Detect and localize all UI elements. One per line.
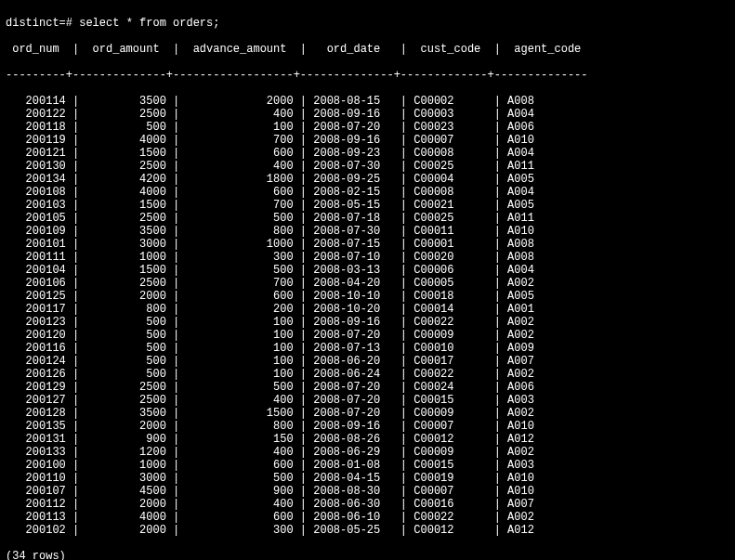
terminal[interactable]: distinct=# select * from orders; ord_num…	[0, 0, 735, 560]
table-row: 200119 | 4000 | 700 | 2008-09-16 | C0000…	[6, 134, 729, 147]
table-row: 200118 | 500 | 100 | 2008-07-20 | C00023…	[6, 121, 729, 134]
table-row: 200126 | 500 | 100 | 2008-06-24 | C00022…	[6, 368, 729, 381]
table-row: 200127 | 2500 | 400 | 2008-07-20 | C0001…	[6, 394, 729, 407]
table-row: 200101 | 3000 | 1000 | 2008-07-15 | C000…	[6, 238, 729, 251]
table-row: 200116 | 500 | 100 | 2008-07-13 | C00010…	[6, 342, 729, 355]
query-text: select * from orders;	[79, 17, 219, 30]
table-row: 200103 | 1500 | 700 | 2008-05-15 | C0002…	[6, 199, 729, 212]
table-row: 200130 | 2500 | 400 | 2008-07-30 | C0002…	[6, 160, 729, 173]
table-row: 200135 | 2000 | 800 | 2008-09-16 | C0000…	[6, 420, 729, 433]
table-header: ord_num | ord_amount | advance_amount | …	[6, 43, 729, 56]
table-row: 200105 | 2500 | 500 | 2008-07-18 | C0002…	[6, 212, 729, 225]
table-row: 200133 | 1200 | 400 | 2008-06-29 | C0000…	[6, 446, 729, 459]
table-row: 200104 | 1500 | 500 | 2008-03-13 | C0000…	[6, 264, 729, 277]
table-row: 200113 | 4000 | 600 | 2008-06-10 | C0002…	[6, 511, 729, 524]
table-row: 200102 | 2000 | 300 | 2008-05-25 | C0001…	[6, 524, 729, 537]
table-row: 200107 | 4500 | 900 | 2008-08-30 | C0000…	[6, 485, 729, 498]
table-row: 200120 | 500 | 100 | 2008-07-20 | C00009…	[6, 329, 729, 342]
table-row: 200129 | 2500 | 500 | 2008-07-20 | C0002…	[6, 381, 729, 394]
table-row: 200122 | 2500 | 400 | 2008-09-16 | C0000…	[6, 108, 729, 121]
table-row: 200108 | 4000 | 600 | 2008-02-15 | C0000…	[6, 186, 729, 199]
table-row: 200100 | 1000 | 600 | 2008-01-08 | C0001…	[6, 459, 729, 472]
prompt: distinct=#	[6, 17, 79, 30]
table-row: 200128 | 3500 | 1500 | 2008-07-20 | C000…	[6, 407, 729, 420]
table-separator: ---------+--------------+---------------…	[6, 69, 729, 82]
table-row: 200134 | 4200 | 1800 | 2008-09-25 | C000…	[6, 173, 729, 186]
table-row: 200112 | 2000 | 400 | 2008-06-30 | C0001…	[6, 498, 729, 511]
table-row: 200123 | 500 | 100 | 2008-09-16 | C00022…	[6, 316, 729, 329]
table-row: 200125 | 2000 | 600 | 2008-10-10 | C0001…	[6, 290, 729, 303]
table-row: 200110 | 3000 | 500 | 2008-04-15 | C0001…	[6, 472, 729, 485]
table-row: 200124 | 500 | 100 | 2008-06-20 | C00017…	[6, 355, 729, 368]
table-row: 200121 | 1500 | 600 | 2008-09-23 | C0000…	[6, 147, 729, 160]
table-row: 200114 | 3500 | 2000 | 2008-08-15 | C000…	[6, 95, 729, 108]
table-row: 200109 | 3500 | 800 | 2008-07-30 | C0001…	[6, 225, 729, 238]
query-line: distinct=# select * from orders;	[6, 17, 729, 30]
table-row: 200131 | 900 | 150 | 2008-08-26 | C00012…	[6, 433, 729, 446]
table-row: 200106 | 2500 | 700 | 2008-04-20 | C0000…	[6, 277, 729, 290]
table-row: 200117 | 800 | 200 | 2008-10-20 | C00014…	[6, 303, 729, 316]
table-row: 200111 | 1000 | 300 | 2008-07-10 | C0002…	[6, 251, 729, 264]
row-count: (34 rows)	[6, 550, 729, 560]
